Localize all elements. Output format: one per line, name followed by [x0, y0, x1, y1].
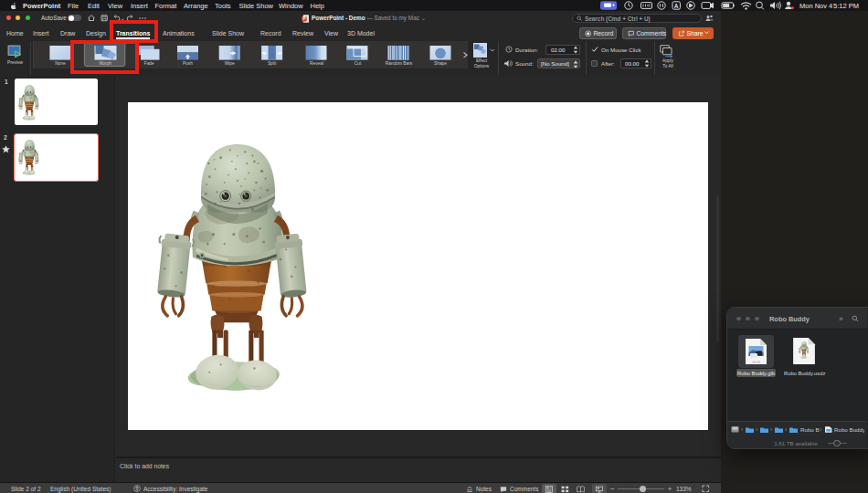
svg-text:A: A	[674, 3, 679, 9]
svg-text:P: P	[302, 16, 305, 21]
svg-text:GLB: GLB	[752, 360, 760, 364]
svg-text:›: ›	[756, 426, 757, 433]
svg-text:›: ›	[741, 426, 743, 433]
svg-text:›: ›	[785, 426, 787, 433]
svg-text:Robo Buddy.glb: Robo Buddy.glb	[834, 426, 864, 433]
svg-text:›: ›	[820, 426, 821, 433]
svg-text:›: ›	[770, 426, 772, 433]
svg-text:Robo B: Robo B	[800, 426, 820, 433]
